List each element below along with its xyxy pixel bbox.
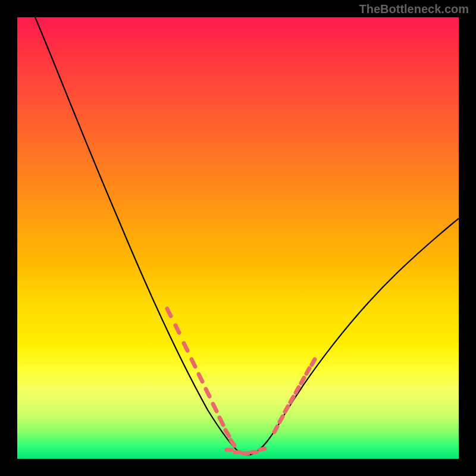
svg-line-16 xyxy=(280,416,283,422)
svg-line-7 xyxy=(220,418,223,425)
bottleneck-curve xyxy=(35,17,459,455)
svg-line-4 xyxy=(199,374,202,381)
svg-line-1 xyxy=(176,325,179,333)
svg-line-20 xyxy=(301,378,304,383)
curve-svg xyxy=(17,17,459,459)
svg-line-2 xyxy=(184,343,187,350)
svg-line-9 xyxy=(231,440,234,446)
svg-line-18 xyxy=(290,397,293,402)
highlighted-markers xyxy=(167,309,315,453)
svg-line-5 xyxy=(206,389,209,396)
svg-line-14 xyxy=(260,449,265,450)
plot-area xyxy=(17,17,459,459)
svg-line-17 xyxy=(285,406,288,412)
svg-line-22 xyxy=(312,359,315,365)
svg-line-6 xyxy=(213,404,217,411)
watermark-text: TheBottleneck.com xyxy=(359,2,469,16)
svg-line-15 xyxy=(274,427,277,432)
svg-line-3 xyxy=(192,359,195,367)
svg-line-21 xyxy=(306,368,309,374)
svg-line-0 xyxy=(167,309,171,316)
svg-line-8 xyxy=(226,430,229,436)
svg-line-19 xyxy=(296,387,299,393)
